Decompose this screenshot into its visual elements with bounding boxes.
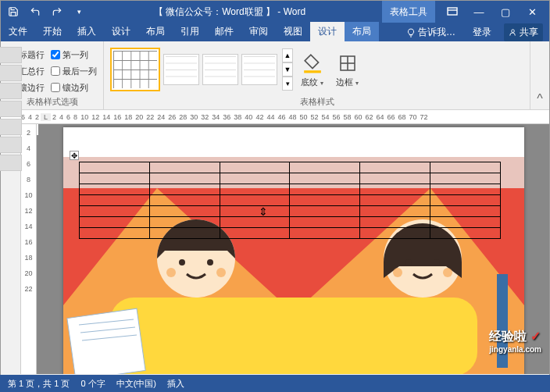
tab-file[interactable]: 文件	[1, 22, 35, 41]
svg-point-14	[207, 259, 213, 265]
tab-view[interactable]: 视图	[276, 22, 310, 41]
minimize-icon[interactable]: —	[473, 5, 485, 18]
tab-insert[interactable]: 插入	[70, 22, 104, 41]
svg-rect-11	[110, 298, 477, 374]
tab-table-design[interactable]: 设计	[310, 22, 345, 41]
status-mode[interactable]: 插入	[167, 378, 184, 390]
svg-point-19	[434, 259, 440, 265]
table-tools-contextual-tab: 表格工具	[382, 1, 435, 23]
tab-references[interactable]: 引用	[173, 22, 207, 41]
group-label-table-styles: 表格样式	[110, 94, 523, 108]
document-table[interactable]	[79, 162, 501, 239]
page: ✥ ⇕	[63, 127, 524, 374]
document-canvas[interactable]: ✥ ⇕ 经验啦 ✓ jingyanla.com	[37, 124, 549, 374]
qat-dropdown-icon[interactable]: ▾	[71, 4, 87, 20]
nav-thumb[interactable]	[0, 101, 22, 117]
svg-point-20	[393, 268, 402, 277]
maximize-icon[interactable]: ▢	[499, 5, 512, 18]
tab-home[interactable]: 开始	[35, 22, 70, 41]
tell-me-label: 告诉我…	[418, 26, 455, 39]
lightbulb-icon	[406, 28, 416, 37]
signin-button[interactable]: 登录	[468, 23, 496, 41]
status-page[interactable]: 第 1 页，共 1 页	[8, 378, 70, 390]
title-bar: ▾ 【 微信公众号：Word联盟 】 - Word 表格工具 — ▢ ✕	[1, 1, 549, 23]
nav-thumb[interactable]	[0, 65, 22, 81]
tab-layout[interactable]: 布局	[138, 22, 173, 41]
svg-point-13	[179, 259, 185, 265]
save-icon[interactable]	[5, 4, 21, 20]
check-first-col[interactable]: 第一列	[51, 48, 97, 62]
collapse-ribbon-icon[interactable]: ^	[530, 41, 549, 109]
nav-thumb[interactable]	[0, 155, 22, 171]
gallery-scroller: ▲ ▼ ▾	[282, 48, 293, 91]
svg-point-15	[166, 268, 176, 277]
vertical-ruler[interactable]: 246810121416182022	[21, 124, 37, 374]
group-table-styles: ▲ ▼ ▾ 底纹 ▾ 边框 ▾ 表格样式	[104, 41, 530, 109]
svg-rect-22	[67, 308, 145, 374]
check-banded-cols[interactable]: 镶边列	[51, 80, 97, 94]
svg-rect-0	[448, 8, 457, 15]
borders-icon	[337, 52, 359, 75]
table-style-thumb[interactable]	[163, 54, 199, 85]
nav-thumb[interactable]	[0, 119, 22, 135]
ribbon-body: 标题行 第一列 汇总行 最后一列 镶边行 镶边列 表格样式选项 ▲ ▼ ▾ 底	[1, 41, 549, 110]
share-label: 共享	[520, 26, 538, 39]
redo-icon[interactable]	[49, 4, 65, 20]
tab-table-layout[interactable]: 布局	[345, 22, 379, 41]
check-last-col[interactable]: 最后一列	[51, 64, 97, 78]
svg-point-21	[443, 268, 452, 277]
workspace: 246810121416182022	[1, 124, 549, 374]
status-words[interactable]: 0 个字	[80, 378, 105, 390]
table-style-thumb[interactable]	[202, 54, 238, 85]
ribbon-tabs: 文件 开始 插入 设计 布局 引用 邮件 审阅 视图 设计 布局 告诉我… 登录…	[1, 23, 549, 41]
watermark: 经验啦 ✓ jingyanla.com	[489, 329, 541, 354]
status-lang[interactable]: 中文(中国)	[116, 378, 156, 390]
nav-thumb[interactable]	[0, 47, 22, 63]
undo-icon[interactable]	[27, 4, 43, 20]
blurred-region	[37, 124, 52, 171]
close-icon[interactable]: ✕	[526, 5, 538, 18]
gallery-more-icon[interactable]: ▾	[282, 77, 293, 91]
nav-thumb[interactable]	[0, 137, 22, 153]
ribbon-display-options-icon[interactable]	[446, 5, 459, 18]
table-style-thumb[interactable]	[241, 54, 277, 85]
person-icon	[509, 28, 517, 37]
svg-point-16	[216, 268, 226, 277]
status-bar: 第 1 页，共 1 页 0 个字 中文(中国) 插入	[0, 375, 550, 392]
svg-point-2	[512, 30, 515, 33]
share-button[interactable]: 共享	[504, 23, 543, 41]
tab-design[interactable]: 设计	[104, 22, 138, 41]
horizontal-ruler[interactable]: 642 L 2468101214161820222426283032343638…	[1, 110, 549, 124]
gallery-up-icon[interactable]: ▲	[282, 48, 293, 62]
borders-button[interactable]: 边框 ▾	[331, 48, 363, 91]
quick-access-toolbar: ▾	[1, 4, 87, 20]
row-resize-cursor-icon: ⇕	[259, 205, 268, 218]
svg-rect-26	[497, 274, 508, 368]
window-title: 【 微信公众号：Word联盟 】 - Word	[87, 5, 373, 19]
navigation-pane-collapsed[interactable]	[1, 124, 21, 374]
tab-mail[interactable]: 邮件	[207, 22, 241, 41]
shading-button[interactable]: 底纹 ▾	[296, 48, 328, 91]
tell-me-search[interactable]: 告诉我…	[402, 23, 460, 41]
table-style-current[interactable]	[110, 48, 160, 91]
bucket-icon	[302, 52, 323, 75]
window-controls: — ▢ ✕	[435, 5, 549, 18]
nav-thumb[interactable]	[0, 83, 22, 99]
gallery-down-icon[interactable]: ▼	[282, 62, 293, 77]
tab-review[interactable]: 审阅	[241, 22, 276, 41]
svg-point-18	[405, 259, 412, 265]
table-move-handle[interactable]: ✥	[70, 151, 79, 160]
